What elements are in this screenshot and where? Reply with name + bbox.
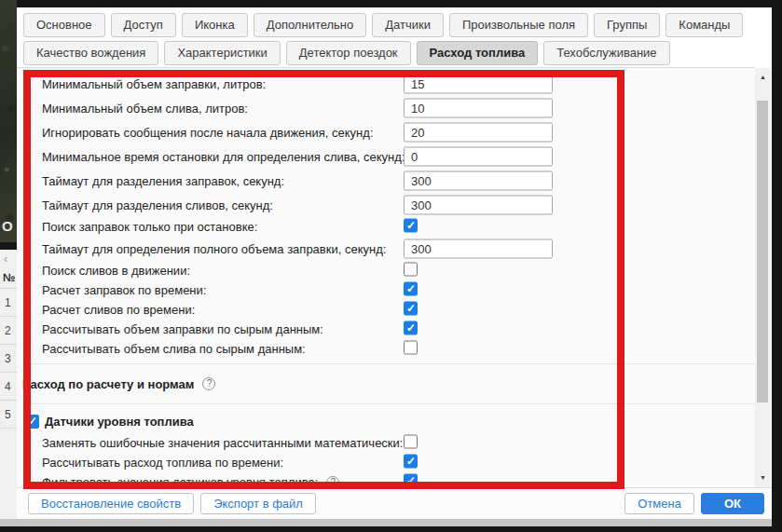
replace-invalid-values-row: Заменять ошибочные значения рассчитанным…: [17, 433, 755, 453]
export-to-file-button[interactable]: Экспорт в файл: [200, 493, 316, 514]
fuel-level-sensors-group-checkbox[interactable]: [25, 415, 39, 429]
min-drain-volume-row: Минимальный объем слива, литров:: [17, 96, 755, 120]
tab-advanced[interactable]: Дополнительно: [254, 13, 367, 37]
ignore-messages-after-start-label: Игнорировать сообщения после начала движ…: [42, 126, 374, 140]
tab-icon[interactable]: Иконка: [182, 13, 248, 37]
find-drains-in-motion-label: Поиск сливов в движении:: [42, 264, 190, 278]
drain-separation-timeout-label: Таймаут для разделения сливов, секунд:: [42, 198, 273, 212]
min-stop-time-for-drain-input[interactable]: [404, 147, 553, 167]
background-map: О: [0, 0, 17, 242]
help-icon[interactable]: ?: [202, 377, 215, 390]
raw-data-drain-volume-checkbox[interactable]: [404, 340, 418, 354]
min-drain-volume-label: Минимальный объем слива, литров:: [42, 102, 248, 116]
drain-separation-timeout-input[interactable]: [404, 196, 553, 215]
drain-separation-timeout-row: Таймаут для разделения сливов, секунд:: [17, 193, 755, 217]
fill-separation-timeout-row: Таймаут для разделения заправок, секунд:: [17, 169, 755, 193]
time-based-drain-calc-row: Расчет сливов по времени:: [17, 300, 755, 320]
tab-fuel-consumption[interactable]: Расход топлива: [417, 41, 539, 65]
min-stop-time-for-drain-label: Минимальное время остановки для определе…: [42, 150, 405, 164]
min-drain-volume-input[interactable]: [404, 99, 553, 118]
raw-data-fill-volume-row: Рассчитывать объем заправки по сырым дан…: [17, 320, 755, 339]
consumption-math-rates-section-label: Расход по расчету и нормам: [22, 377, 194, 391]
min-fill-volume-row: Минимальный объем заправки, литров:: [17, 72, 755, 96]
tab-access[interactable]: Доступ: [111, 13, 176, 37]
time-based-fill-calc-label: Расчет заправок по времени:: [42, 283, 206, 297]
full-fill-volume-timeout-input[interactable]: [404, 239, 553, 259]
list-row-number: 3: [0, 345, 17, 373]
time-based-drain-calc-label: Расчет сливов по времени:: [42, 303, 195, 317]
find-drains-in-motion-row: Поиск сливов в движении:: [17, 261, 755, 280]
time-based-consumption-row: Рассчитывать расход топлива по времени:: [17, 453, 755, 472]
section-divider: [22, 363, 755, 364]
time-based-consumption-label: Рассчитывать расход топлива по времени:: [42, 456, 283, 470]
time-based-drain-calc-checkbox[interactable]: [404, 301, 418, 315]
unit-properties-dialog: ОсновноеДоступИконкаДополнительноДатчики…: [17, 7, 772, 519]
full-fill-volume-timeout-label: Таймаут для определения полного объема з…: [42, 242, 386, 256]
list-row-number: 2: [0, 317, 17, 345]
fill-separation-timeout-label: Таймаут для разделения заправок, секунд:: [42, 174, 284, 188]
raw-data-drain-volume-row: Рассчитывать объем слива по сырым данным…: [17, 339, 755, 359]
footer-right-buttons: Отмена ОК: [624, 493, 764, 514]
time-based-fill-calc-checkbox[interactable]: [404, 281, 418, 295]
tab-main[interactable]: Основное: [23, 13, 105, 37]
tab-groups[interactable]: Группы: [594, 13, 660, 37]
replace-invalid-values-checkbox[interactable]: [404, 434, 418, 448]
consumption-math-rates-section-row: Расход по расчету и нормам?: [17, 369, 755, 399]
dialog-footer: Восстановление свойств Экспорт в файл От…: [17, 487, 772, 519]
tab-row-1: ОсновноеДоступИконкаДополнительноДатчики…: [23, 13, 743, 37]
find-fills-only-on-stop-checkbox[interactable]: [404, 218, 418, 232]
find-fills-only-on-stop-row: Поиск заправок только при остановке:: [17, 217, 755, 237]
scroll-up-icon[interactable]: ▲: [755, 70, 771, 85]
cancel-button[interactable]: Отмена: [624, 493, 694, 514]
ok-button[interactable]: ОК: [701, 493, 764, 514]
list-row-number: 1: [0, 289, 17, 317]
list-row-number: 4: [0, 373, 17, 401]
dialog-bottom-edge: [0, 519, 772, 526]
time-based-consumption-checkbox[interactable]: [404, 454, 418, 468]
fuel-level-sensors-group-label: Датчики уровня топлива: [45, 415, 194, 429]
scrollbar-thumb[interactable]: [757, 101, 768, 402]
list-row-number: 5: [0, 401, 17, 429]
tab-commands[interactable]: Команды: [665, 13, 743, 37]
list-numbers: 12345: [0, 289, 17, 429]
map-place-label: О: [2, 218, 13, 234]
min-fill-volume-input[interactable]: [404, 75, 553, 94]
section-divider: [22, 403, 755, 404]
scroll-down-icon[interactable]: ▼: [755, 471, 771, 485]
tab-eco-driving[interactable]: Качество вождения: [23, 41, 158, 65]
min-stop-time-for-drain-row: Минимальное время остановки для определе…: [17, 144, 755, 169]
find-drains-in-motion-checkbox[interactable]: [404, 262, 418, 276]
restore-properties-button[interactable]: Восстановление свойств: [28, 493, 194, 514]
find-fills-only-on-stop-label: Поиск заправок только при остановке:: [42, 220, 257, 234]
help-icon[interactable]: ?: [326, 476, 339, 488]
replace-invalid-values-label: Заменять ошибочные значения рассчитанным…: [42, 436, 403, 450]
list-number-header: №: [0, 268, 17, 289]
tab-maintenance[interactable]: Техобслуживание: [543, 41, 669, 65]
tab-row-2: Качество вожденияХарактеристикиДетектор …: [23, 41, 670, 65]
tab-custom-fields[interactable]: Произвольные поля: [449, 13, 588, 37]
scrollbar[interactable]: ▲ ▼: [755, 68, 771, 487]
filter-fuel-level-values-label: Фильтровать значения датчиков уровня топ…: [42, 475, 318, 487]
tab-sensors[interactable]: Датчики: [372, 13, 444, 37]
ignore-messages-after-start-row: Игнорировать сообщения после начала движ…: [17, 120, 755, 144]
min-fill-volume-label: Минимальный объем заправки, литров:: [42, 77, 266, 91]
chevron-left-icon: ‹: [0, 250, 17, 268]
fuel-level-sensors-group-row: Датчики уровня топлива: [17, 409, 755, 433]
tab-trip-detector[interactable]: Детектор поездок: [286, 41, 411, 65]
ignore-messages-after-start-input[interactable]: [404, 123, 553, 143]
time-based-fill-calc-row: Расчет заправок по времени:: [17, 280, 755, 300]
background-unit-list: ‹ № 12345: [0, 250, 17, 519]
fill-separation-timeout-input[interactable]: [404, 171, 553, 191]
footer-left-buttons: Восстановление свойств Экспорт в файл: [28, 493, 316, 514]
raw-data-drain-volume-label: Рассчитывать объем слива по сырым данным…: [42, 342, 306, 356]
raw-data-fill-volume-checkbox[interactable]: [404, 321, 418, 334]
filter-fuel-level-values-checkbox[interactable]: [404, 473, 418, 487]
fuel-consumption-form: Минимальный объем заправки, литров:Миним…: [17, 67, 755, 487]
full-fill-volume-timeout-row: Таймаут для определения полного объема з…: [17, 237, 755, 261]
tab-profile[interactable]: Характеристики: [164, 41, 280, 65]
filter-fuel-level-values-row: Фильтровать значения датчиков уровня топ…: [17, 472, 755, 487]
raw-data-fill-volume-label: Рассчитывать объем заправки по сырым дан…: [42, 322, 323, 336]
